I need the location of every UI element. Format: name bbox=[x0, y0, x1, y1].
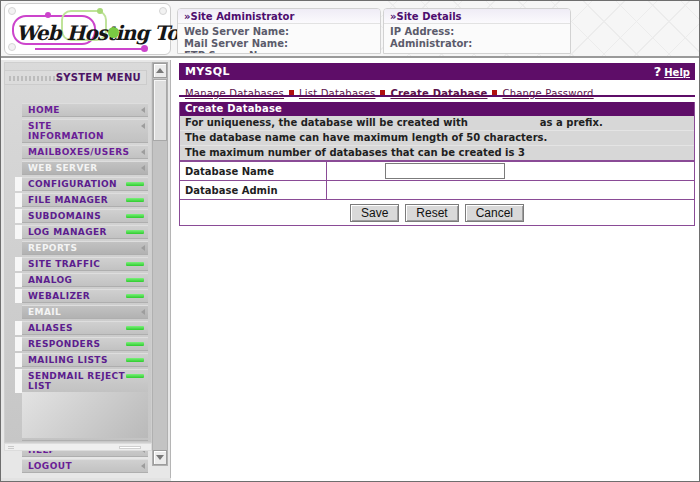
status-indicator-bar bbox=[126, 198, 144, 202]
sidebar-item-webalizer[interactable]: WEBALIZER bbox=[22, 289, 148, 303]
status-indicator-bar bbox=[126, 262, 144, 266]
sidebar-item-log-manager[interactable]: LOG MANAGER bbox=[22, 225, 148, 239]
sidebar-item-responders[interactable]: RESPONDERS bbox=[22, 337, 148, 351]
logo-text: Web Hosting Today bbox=[16, 21, 166, 45]
inner-scroll-strip[interactable] bbox=[4, 443, 152, 451]
sidebar-item-sendmail-reject-list[interactable]: SENDMAIL REJECT LIST bbox=[22, 369, 148, 393]
note-text: For uniqueness, the database will be cre… bbox=[185, 117, 468, 128]
save-button[interactable]: Save bbox=[350, 204, 399, 222]
breadcrumb: Manage DatabasesList DatabasesCreate Dat… bbox=[179, 80, 695, 97]
reset-button[interactable]: Reset bbox=[405, 204, 458, 222]
panel-title: Create Database bbox=[180, 102, 694, 116]
sidebar-item-home[interactable]: HOME bbox=[22, 103, 148, 117]
bullet-icon bbox=[289, 90, 294, 95]
sidebar-item-logout[interactable]: LOGOUT bbox=[22, 459, 148, 473]
panel-notes: For uniqueness, the database will be cre… bbox=[180, 116, 694, 162]
sidebar-item-label: REPORTS bbox=[28, 243, 77, 253]
database-admin-value-cell bbox=[327, 181, 694, 199]
sidebar-item-reports[interactable]: REPORTS bbox=[22, 241, 148, 255]
sidebar-item-label: SITE INFORMATION bbox=[28, 121, 104, 141]
sidebar-item-label: CONFIGURATION bbox=[28, 179, 117, 189]
sidebar-item-file-manager[interactable]: FILE MANAGER bbox=[22, 193, 148, 207]
sidebar-item-analog[interactable]: ANALOG bbox=[22, 273, 148, 287]
screw-icon bbox=[8, 7, 16, 15]
form-row-database-name: Database Name bbox=[180, 162, 694, 181]
form-button-row: SaveResetCancel bbox=[180, 200, 694, 225]
status-indicator-bar bbox=[126, 374, 144, 378]
system-menu-header: SYSTEM MENU bbox=[4, 70, 147, 85]
sidebar-item-label: LOG MANAGER bbox=[28, 227, 107, 237]
sidebar-item-label: LOGOUT bbox=[28, 461, 72, 471]
database-admin-label: Database Admin bbox=[180, 181, 327, 199]
sidebar-item-email[interactable]: EMAIL bbox=[22, 305, 148, 319]
system-menu-title: SYSTEM MENU bbox=[56, 72, 141, 83]
database-name-input[interactable] bbox=[385, 163, 505, 179]
down-arrow-icon bbox=[156, 455, 164, 460]
status-indicator-bar bbox=[126, 294, 144, 298]
panel-note-row: For uniqueness, the database will be cre… bbox=[180, 116, 694, 131]
breadcrumb-link-manage-databases[interactable]: Manage Databases bbox=[185, 88, 284, 99]
status-indicator-bar bbox=[126, 230, 144, 234]
site-details-box: »Site Details IP Address:Administrator: bbox=[383, 8, 571, 54]
sidebar-item-subdomains[interactable]: SUBDOMAINS bbox=[22, 209, 148, 223]
sidebar-item-site-information[interactable]: SITE INFORMATION bbox=[22, 119, 148, 143]
note-text: The database name can have maximum lengt… bbox=[185, 132, 547, 143]
logo-underline bbox=[35, 48, 145, 50]
cancel-button[interactable]: Cancel bbox=[465, 204, 524, 222]
site-administrator-rows: Web Server Name:Mail Server Name:FTP Ser… bbox=[178, 24, 380, 54]
sidebar-item-mailing-lists[interactable]: MAILING LISTS bbox=[22, 353, 148, 367]
status-indicator-bar bbox=[126, 342, 144, 346]
server-info-label: Mail Server Name: bbox=[184, 38, 380, 50]
sidebar-item-label: MAILING LISTS bbox=[28, 355, 108, 365]
bullet-icon bbox=[492, 90, 497, 95]
mini-scroll-thumb[interactable] bbox=[119, 446, 141, 449]
site-administrator-title: »Site Administrator bbox=[178, 9, 380, 24]
vertical-scrollbar[interactable] bbox=[152, 62, 168, 466]
panel-fields: Database NameDatabase Admin bbox=[180, 162, 694, 200]
sidebar-item-site-traffic[interactable]: SITE TRAFFIC bbox=[22, 257, 148, 271]
breadcrumb-link-create-database[interactable]: Create Database bbox=[390, 88, 487, 99]
sidebar-item-label: SUBDOMAINS bbox=[28, 211, 101, 221]
breadcrumb-link-list-databases[interactable]: List Databases bbox=[299, 88, 375, 99]
collapse-arrow-icon bbox=[141, 149, 145, 155]
site-administrator-box: »Site Administrator Web Server Name:Mail… bbox=[177, 8, 381, 54]
main-content: MYSQL ? Help Manage DatabasesList Databa… bbox=[171, 60, 700, 481]
status-indicator-bar bbox=[126, 326, 144, 330]
help-icon: ? bbox=[654, 64, 662, 79]
collapse-arrow-icon bbox=[141, 245, 145, 251]
sidebar-item-label: SITE TRAFFIC bbox=[28, 259, 100, 269]
menu-endcap bbox=[22, 392, 148, 438]
sidebar-item-label: ALIASES bbox=[28, 323, 73, 333]
status-indicator-bar bbox=[126, 182, 144, 186]
logo-green-small-dot-icon bbox=[97, 8, 103, 14]
scroll-down-button[interactable] bbox=[153, 450, 167, 465]
sidebar-item-configuration[interactable]: CONFIGURATION bbox=[22, 177, 148, 191]
sidebar-item-label: EMAIL bbox=[28, 307, 61, 317]
logo: Web Hosting Today bbox=[4, 3, 171, 55]
vertical-scroll-thumb[interactable] bbox=[153, 79, 167, 141]
collapse-arrow-icon bbox=[141, 463, 145, 469]
sidebar-item-label: FILE MANAGER bbox=[28, 195, 108, 205]
top-banner: Web Hosting Today »Site Administrator We… bbox=[1, 1, 699, 58]
logo-green-dot-icon bbox=[108, 27, 119, 38]
sidebar-item-label: ANALOG bbox=[28, 275, 72, 285]
sidebar-item-label: HOME bbox=[28, 105, 60, 115]
screw-icon bbox=[8, 43, 16, 51]
sidebar-item-web-server[interactable]: WEB SERVER bbox=[22, 161, 148, 175]
collapse-arrow-icon bbox=[141, 107, 145, 113]
sidebar-item-aliases[interactable]: ALIASES bbox=[22, 321, 148, 335]
help-link[interactable]: ? Help bbox=[654, 64, 690, 79]
breadcrumb-link-change-password[interactable]: Change Password bbox=[502, 88, 593, 99]
screw-icon bbox=[159, 7, 167, 15]
bullet-icon bbox=[380, 90, 385, 95]
site-detail-label: IP Address: bbox=[390, 26, 570, 38]
help-label: Help bbox=[664, 67, 690, 78]
scroll-up-button[interactable] bbox=[153, 63, 167, 78]
site-detail-label: Administrator: bbox=[390, 38, 570, 50]
logo-magenta-dot-icon bbox=[45, 12, 51, 18]
sidebar-item-label: WEBALIZER bbox=[28, 291, 90, 301]
create-database-panel: Create Database For uniqueness, the data… bbox=[179, 102, 695, 226]
site-details-title: »Site Details bbox=[384, 9, 570, 24]
database-name-value-cell bbox=[327, 162, 694, 180]
sidebar-item-mailboxes-users[interactable]: MAILBOXES/USERS bbox=[22, 145, 148, 159]
